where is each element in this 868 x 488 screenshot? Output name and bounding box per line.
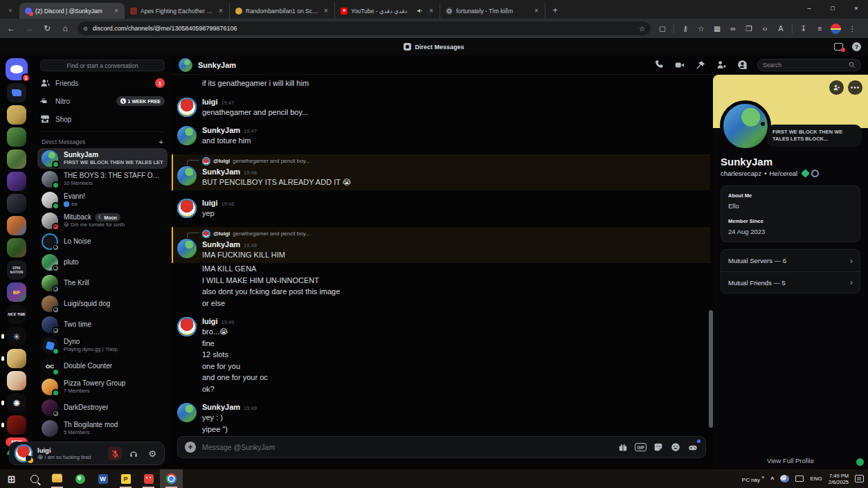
url-input[interactable] <box>93 25 635 32</box>
server-icon[interactable] <box>7 371 26 390</box>
window-control-button[interactable]: × <box>844 0 868 17</box>
taskbar-app-button[interactable]: ⊞ <box>0 469 23 488</box>
taskbar-app-icon[interactable] <box>30 475 39 483</box>
profile-status-bubble[interactable]: FIRST WE BLOCK THEN WE TALES LETS BLOCK.… <box>767 125 862 147</box>
tray-network-icon[interactable] <box>780 475 789 482</box>
video-call-icon[interactable] <box>674 60 685 71</box>
server-icon[interactable]: EPIK NATION <box>7 260 26 280</box>
tab-close-icon[interactable] <box>427 7 435 15</box>
message-avatar[interactable] <box>177 317 197 336</box>
dm-list-item[interactable]: OC Double Counter <box>37 356 168 377</box>
taskbar-app-button[interactable]: W <box>91 469 114 488</box>
server-icon[interactable] <box>7 172 26 191</box>
create-dm-icon[interactable]: + <box>159 138 163 146</box>
message-input[interactable] <box>202 443 611 451</box>
code-icon[interactable]: ‹› <box>760 24 770 33</box>
attach-file-icon[interactable]: + <box>185 442 196 453</box>
browser-tab[interactable]: (2) Discord | @SunkyJam <box>19 3 125 19</box>
quest-badge-icon[interactable] <box>801 169 810 178</box>
window-control-button[interactable]: – <box>797 0 821 17</box>
dm-list-item[interactable]: Mituback Moon 😃 Dm me tomate for smth <box>37 210 168 231</box>
server-icon[interactable]: ✺ <box>7 393 26 413</box>
sidebar-item-friends[interactable]: Friends 1 <box>33 74 172 92</box>
dm-list-item[interactable]: Pizza Towery Group 7 Members <box>37 377 168 397</box>
view-full-profile-link[interactable]: View Full Profile <box>713 457 868 464</box>
dm-list-item[interactable]: THE BOYS 3: THE STAFF OF W... 10 Members <box>37 169 168 190</box>
browser-profile-avatar[interactable] <box>831 24 841 34</box>
server-item[interactable] <box>7 172 26 191</box>
chat-search-box[interactable] <box>757 59 861 71</box>
settings-gear-icon[interactable]: ⚙ <box>145 446 159 460</box>
server-icon[interactable] <box>7 238 26 257</box>
voice-call-icon[interactable] <box>653 60 664 71</box>
dm-list-item[interactable]: The Krill <box>37 273 168 293</box>
window-icon[interactable]: ❒ <box>744 24 754 33</box>
mutual-friends-row[interactable]: Mutual Friends — 5 › <box>721 271 860 293</box>
link-icon[interactable]: ∞ <box>728 24 738 33</box>
menu-icon[interactable]: ⋮ <box>847 24 857 33</box>
back-icon[interactable]: ← <box>6 24 17 33</box>
dm-list-item[interactable]: SunkyJam FIRST WE BLOCK THEN WE TALES LE… <box>37 148 168 169</box>
server-icon[interactable] <box>7 216 26 235</box>
message-author[interactable]: luigi <box>202 316 218 326</box>
message-author[interactable]: luigi <box>202 97 218 107</box>
orb-badge-icon[interactable] <box>811 170 819 177</box>
message-avatar[interactable] <box>177 239 197 258</box>
dm-list-item[interactable]: pluto <box>37 252 168 273</box>
server-item[interactable] <box>7 238 26 257</box>
gift-icon[interactable] <box>617 442 629 453</box>
browser-tab[interactable]: Randombambifan1 on Scratch <box>230 3 335 19</box>
activities-icon[interactable] <box>687 442 698 453</box>
mutual-servers-row[interactable]: Mutual Servers — 6 › <box>721 250 860 271</box>
message-author[interactable]: SunkyJam <box>202 240 240 249</box>
tab-close-icon[interactable] <box>217 7 225 15</box>
dm-list-item[interactable]: DarkDestroyer <box>37 397 168 418</box>
server-icon[interactable] <box>7 105 26 125</box>
taskbar-app-button[interactable]: P <box>114 469 137 488</box>
address-bar[interactable]: ⊙ ☆ <box>78 21 651 35</box>
message-avatar[interactable] <box>177 403 197 422</box>
current-user-avatar[interactable] <box>15 444 33 462</box>
media-list-icon[interactable]: ≡ <box>815 24 824 33</box>
message-avatar[interactable] <box>177 98 197 117</box>
new-tab-button[interactable]: + <box>548 3 562 17</box>
reply-username[interactable]: @luigi <box>213 231 230 237</box>
dm-list-item[interactable]: Two time <box>37 314 168 335</box>
sidebar-item-nitro[interactable]: Nitro 1 WEEK FREE <box>33 92 172 110</box>
translate-icon[interactable]: A <box>776 24 786 33</box>
reply-username[interactable]: @luigi <box>213 158 230 164</box>
deafen-icon[interactable] <box>127 446 141 460</box>
tray-language[interactable]: ENG <box>810 476 822 482</box>
dm-list-item[interactable]: Luigi/squid dog <box>37 293 168 314</box>
sticker-picker-icon[interactable] <box>653 442 664 453</box>
server-icon[interactable] <box>7 415 26 435</box>
tray-clock[interactable]: 7:49 PM 2/6/2025 <box>829 473 849 485</box>
reply-reference[interactable]: @luigi genathegamer and pencil boy... <box>202 157 705 165</box>
server-item[interactable] <box>7 105 26 125</box>
reply-reference[interactable]: @luigi genathegamer and pencil boy... <box>202 230 705 238</box>
help-icon[interactable]: ? <box>852 42 861 51</box>
server-item[interactable]: EPIK NATION <box>7 260 26 280</box>
chat-header-avatar[interactable] <box>179 58 192 72</box>
message-author[interactable]: luigi <box>202 198 218 208</box>
taskbar-app-icon[interactable] <box>144 474 154 484</box>
window-control-button[interactable]: □ <box>821 0 844 17</box>
taskbar-app-icon[interactable] <box>75 474 85 484</box>
dm-list-item[interactable]: Th Bogilante mod 5 Members <box>37 418 168 439</box>
message-avatar[interactable] <box>177 199 197 218</box>
qr-code-icon[interactable]: ▦ <box>712 24 722 33</box>
forward-icon[interactable]: → <box>24 24 35 33</box>
server-item[interactable] <box>7 216 26 235</box>
tab-close-icon[interactable] <box>322 7 330 15</box>
tray-display-icon[interactable] <box>795 476 804 482</box>
mic-muted-icon[interactable] <box>108 446 122 460</box>
reload-icon[interactable]: ↻ <box>42 24 53 33</box>
dm-list-item[interactable]: Evann! ea <box>37 190 168 210</box>
taskbar-app-button[interactable] <box>46 469 69 488</box>
server-icon[interactable] <box>7 127 26 147</box>
server-item[interactable] <box>7 371 26 390</box>
server-item[interactable] <box>7 150 26 169</box>
site-info-icon[interactable]: ⊙ <box>83 26 89 32</box>
message-author[interactable]: SunkyJam <box>202 402 240 412</box>
discord-home-button[interactable]: 1 <box>6 58 28 80</box>
